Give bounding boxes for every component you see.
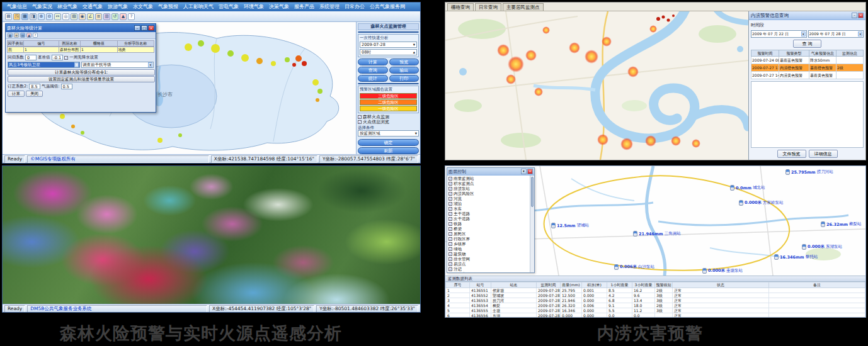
layer-checkbox[interactable]: [448, 187, 452, 191]
dialog-maximize-button[interactable]: □: [141, 25, 147, 31]
coef-input[interactable]: 8.5: [29, 84, 40, 89]
warning-col-header[interactable]: 预警类型: [779, 50, 809, 57]
panel-bottom-button[interactable]: 确定: [358, 139, 419, 146]
layer-checkbox[interactable]: [448, 242, 452, 246]
layer-item[interactable]: 乡镇界: [448, 242, 528, 247]
action-button[interactable]: 查询: [358, 67, 388, 74]
menu-item[interactable]: 林业气象: [55, 3, 79, 11]
menu-item[interactable]: 交通气象: [81, 3, 105, 11]
layer-checkbox[interactable]: [448, 262, 452, 266]
monitor-check-item[interactable]: 火点信息浏览: [358, 120, 419, 125]
station-col-header[interactable]: 雨量(mm): [561, 282, 582, 288]
scrollbar-thumb[interactable]: [531, 177, 534, 207]
new-doc-icon[interactable]: ▤: [5, 13, 12, 20]
station-col-header[interactable]: 积水(米): [582, 282, 607, 288]
chart-icon[interactable]: ▲: [120, 13, 127, 20]
station-row[interactable]: 64136556东湖2009-07-28 08:00 0.0000.0000.0…: [446, 313, 865, 318]
dialog-title-bar[interactable]: 森林火险等级计算 – □ ×: [6, 24, 156, 32]
fire-risk-map[interactable]: 长沙市 森林火险等级计算 – □ × ▦≡▤▲? 因子类别编号图层名称: [3, 22, 356, 154]
print-icon[interactable]: ◨: [30, 13, 37, 20]
layer-checkbox[interactable]: [448, 182, 452, 186]
station-map[interactable]: 图层控制 ▾ × 雨量监测站积水监测点排渍泵站内涝风险区河流湖泊水库主干道路次干…: [445, 166, 865, 276]
panel-bottom-button[interactable]: 详细信息: [809, 150, 838, 158]
layer-checkbox[interactable]: [448, 222, 452, 226]
layer-item[interactable]: 雨量监测站: [448, 176, 528, 181]
menu-item[interactable]: 环境气象: [242, 3, 266, 11]
warning-col-header[interactable]: 监测信息: [837, 50, 864, 57]
layer-item[interactable]: 注记: [448, 267, 528, 272]
layer-item[interactable]: 内涝风险区: [448, 191, 528, 196]
menu-item[interactable]: 水文气象: [131, 3, 155, 11]
help-icon[interactable]: ?: [128, 13, 135, 20]
station-col-header[interactable]: 站号: [470, 282, 491, 288]
action-button[interactable]: 输出: [389, 67, 420, 74]
menu-item[interactable]: 旅游气象: [106, 3, 130, 11]
layer-item[interactable]: 排渍泵站: [448, 186, 528, 191]
station-col-header[interactable]: 监测时间: [537, 282, 561, 288]
layer-item[interactable]: 铁路: [448, 221, 528, 226]
station-marker[interactable]: 0.006米 白沙泵站: [614, 264, 654, 270]
set-monitor-point-button[interactable]: 设置固定监测点和湿度等级显示设置: [8, 76, 155, 82]
map-tab[interactable]: 日常查询: [475, 3, 501, 11]
survey-select[interactable]: 调查前干扰等级▾: [81, 62, 154, 68]
station-col-header[interactable]: 站名: [491, 282, 537, 288]
query-button[interactable]: 查 询: [793, 40, 822, 48]
layer-checkbox[interactable]: [448, 197, 452, 201]
layer-checkbox[interactable]: [448, 217, 452, 221]
help-icon[interactable]: ?: [33, 33, 38, 38]
regression-input[interactable]: 0: [25, 55, 37, 60]
week-checkbox[interactable]: [64, 56, 68, 60]
map-tab[interactable]: 栅格查询: [447, 3, 474, 11]
layer-item[interactable]: 水库: [448, 206, 528, 211]
layer-item[interactable]: 居民区: [448, 232, 528, 237]
station-marker[interactable]: 0.0mm 城北站: [730, 185, 765, 191]
menu-item[interactable]: 公共气象服务网: [368, 3, 407, 11]
checkbox[interactable]: [358, 120, 362, 124]
full-extent-icon[interactable]: ◎: [62, 13, 69, 20]
identify-icon[interactable]: ◉: [79, 13, 86, 20]
station-marker[interactable]: 0.000米 方家岭泵站: [739, 200, 784, 206]
layer-item[interactable]: 行政区界: [448, 237, 528, 242]
layer-checkbox[interactable]: [448, 247, 452, 251]
station-col-header[interactable]: 1小时雨量: [607, 282, 632, 288]
pan-icon[interactable]: ↔: [54, 13, 61, 20]
date-from-input[interactable]: 2009 年 07 月 22 日▾: [751, 30, 807, 38]
menu-item[interactable]: 系统管理: [317, 3, 341, 11]
layer-item[interactable]: 绿地: [448, 247, 528, 252]
station-row[interactable]: 24136552望城坡2009-07-28 08:00 12.5000.0004…: [446, 293, 865, 298]
menu-item[interactable]: 决策气象: [267, 3, 291, 11]
layer-checkbox[interactable]: [448, 237, 452, 241]
station-marker[interactable]: 21.946mm 三角洲站: [633, 231, 681, 237]
panel-bottom-button[interactable]: 刷新: [358, 147, 419, 154]
layer-checkbox[interactable]: [448, 252, 452, 256]
layer-checkbox[interactable]: [448, 192, 452, 196]
layer-checkbox[interactable]: [448, 267, 452, 271]
dialog-cancel-button[interactable]: 关闭: [26, 91, 43, 97]
remote-sensing-image[interactable]: [3, 166, 420, 304]
station-col-header[interactable]: 状态: [673, 282, 769, 288]
zoom-out-icon[interactable]: ⊖: [46, 13, 53, 20]
layer-window-title-bar[interactable]: 图层控制 ▾ ×: [447, 168, 534, 176]
layer-window-close-button[interactable]: ×: [527, 169, 533, 174]
layer-checkbox[interactable]: [448, 202, 452, 206]
layer-checkbox[interactable]: [448, 212, 452, 216]
station-marker[interactable]: 12.5mm 望城站: [551, 223, 589, 228]
menu-item[interactable]: 气象信息: [5, 3, 29, 11]
layer-checkbox[interactable]: [448, 207, 452, 211]
layer-item[interactable]: 次干道路: [448, 216, 528, 221]
station-col-header[interactable]: 3小时雨量: [632, 282, 655, 288]
station-col-header[interactable]: 序号: [446, 282, 470, 288]
station-row[interactable]: 14136551侯家塘2009-07-28 08:00 25.7950.0018…: [446, 288, 865, 293]
save-icon[interactable]: ▦: [21, 13, 28, 20]
calc-distribution-button[interactable]: 计算森林火险等级分布命令1:: [8, 69, 155, 75]
checkbox[interactable]: [358, 115, 362, 119]
base-input[interactable]: -0.1: [52, 55, 64, 60]
select-icon[interactable]: ▧: [71, 13, 77, 20]
time-picker[interactable]: 08时▴: [360, 49, 417, 55]
layer-checkbox[interactable]: [448, 227, 452, 231]
menu-item[interactable]: 气象预报: [156, 3, 180, 11]
date-picker[interactable]: 2009-07-28▾: [360, 42, 417, 48]
calc-icon[interactable]: ▦: [8, 33, 13, 38]
map-tab[interactable]: 主要居民监测点: [503, 3, 544, 11]
warning-col-header[interactable]: 气象预警信息: [809, 50, 837, 57]
